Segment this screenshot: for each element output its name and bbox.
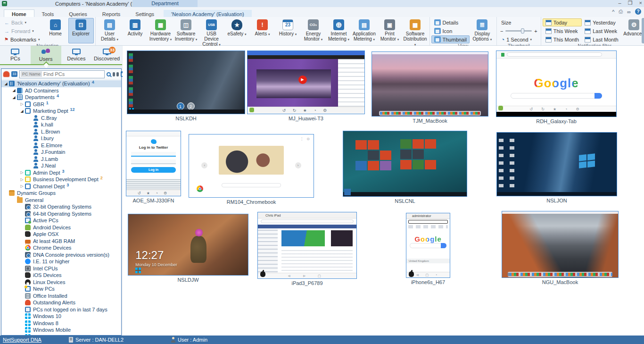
mode-tab[interactable]: PCs	[0, 46, 31, 64]
tree-row[interactable]: Business Development Dept 2	[1, 176, 121, 183]
advanced-find-icon[interactable]	[113, 72, 119, 76]
tree-row[interactable]: AD Containers	[1, 87, 121, 94]
explorer-button[interactable]: ⊡ Explorer	[68, 18, 94, 43]
notification-filter-button[interactable]: This Week	[543, 27, 582, 35]
tree-row[interactable]: J.Neal	[1, 162, 121, 169]
tree-row[interactable]: J.Fountain	[1, 149, 121, 156]
expander-icon[interactable]	[3, 82, 8, 86]
home-button[interactable]: ⌂ Home	[43, 18, 68, 43]
ribbon-button[interactable]: ▤ User Details ▾	[97, 18, 123, 48]
size-slider-thumb[interactable]	[521, 28, 524, 34]
pc-screen-NSLJON[interactable]	[496, 132, 617, 196]
monitor-2-badge[interactable]: 2	[187, 102, 195, 110]
expander-icon[interactable]	[19, 184, 25, 188]
find-pcs-field[interactable]: PC Name	[19, 70, 105, 78]
interval-dropdown[interactable]: ◔ 1 Second ▾	[498, 35, 539, 43]
size-plus-button[interactable]: +	[534, 28, 537, 34]
back-button[interactable]: ←Back▾	[1, 18, 43, 26]
view-mode-button[interactable]: ▤ Thumbnail	[431, 35, 470, 43]
collapse-ribbon-icon[interactable]: ^	[612, 9, 614, 15]
expander-icon[interactable]	[11, 88, 17, 92]
pc-screen-RM104_Chromebook[interactable]: ⋮ ⊙ ‹ ›	[189, 134, 314, 198]
tree-row[interactable]: New PCs	[1, 285, 121, 293]
ribbon-scrollbar[interactable]	[642, 18, 644, 43]
tree-row[interactable]: Chrome Devices	[1, 244, 121, 252]
mode-tab[interactable]: Discovered 33	[91, 46, 122, 64]
forward-button[interactable]: →Forward▾	[1, 27, 43, 35]
tree-row[interactable]: Windows PCs	[1, 334, 121, 336]
close-button[interactable]: ×	[639, 0, 642, 6]
tree-row[interactable]: General	[1, 197, 121, 204]
expander-icon[interactable]	[19, 170, 25, 175]
tree-row[interactable]: E.Elmore	[1, 142, 121, 149]
minimize-button[interactable]: –	[619, 0, 621, 6]
date-filter-icon[interactable]: 33	[11, 71, 17, 77]
notification-filter-button[interactable]: Yesterday	[582, 18, 621, 26]
tree-row[interactable]: Dynamic Groups	[1, 190, 121, 197]
bookmarks-button[interactable]: ⚑Bookmarks▾	[1, 35, 43, 43]
tree-row[interactable]: Windows Mobile	[1, 327, 121, 334]
tree-row[interactable]: C.Bray	[1, 115, 121, 122]
find-pcs-input[interactable]	[43, 71, 103, 77]
ribbon-button[interactable]: ▤ Application Metering ▾	[352, 18, 377, 48]
find-icon[interactable]: ∞	[627, 9, 631, 15]
pc-screen-RDH_Galaxy-Tab[interactable]: Google ↺ ↻ ★ ◔ ⚙	[496, 50, 617, 117]
tree-row[interactable]: Office Installed	[1, 293, 121, 300]
expander-icon[interactable]	[11, 95, 17, 100]
tree-row[interactable]: Channel Dept 3	[1, 183, 121, 190]
ribbon-button[interactable]: ⊕ Internet Metering ▾	[326, 18, 352, 48]
tree-row[interactable]: Outstanding Alerts	[1, 299, 121, 306]
ribbon-button[interactable]: ▦ Software Distribution ▾	[403, 18, 428, 48]
expander-icon[interactable]	[19, 102, 25, 106]
tree-row[interactable]: l.bury	[1, 135, 121, 142]
view-mode-button[interactable]: ▤ Details	[431, 18, 470, 26]
ribbon-button[interactable]: ★ eSafety ▾	[224, 18, 250, 48]
mode-tab[interactable]: Users	[31, 46, 61, 64]
tree-row[interactable]: Active PCs	[1, 217, 121, 224]
pc-screen-AOE_SM-J330FN[interactable]: Log in to Twitter Log in ↺ ★ ◔ ⚙	[126, 131, 181, 196]
view-mode-button[interactable]: ▤ Icon	[431, 27, 470, 35]
pc-screen-NSLKDH[interactable]: 1 2	[127, 50, 245, 114]
pc-screen-TJM_MacBook[interactable]	[372, 51, 488, 117]
ribbon-button[interactable]: 23 History ▾	[275, 18, 301, 48]
ribbon-button[interactable]: ! Alerts ▾	[250, 18, 275, 48]
ribbon-button[interactable]: USB USB Device Control ▾	[199, 18, 224, 48]
tree-row[interactable]: 32-bit Operating Systems	[1, 203, 121, 210]
ribbon-button[interactable]: CO₂ Energy Monitor ▾	[301, 18, 326, 48]
tree-row[interactable]: iOS Devices	[1, 272, 121, 279]
restore-button[interactable]: ❐	[628, 0, 633, 6]
alerts-filter-icon[interactable]	[3, 71, 9, 77]
tree-row[interactable]: PCs not logged on in last 7 days	[1, 306, 121, 313]
tree-row[interactable]: Apple OSX	[1, 231, 121, 238]
tree-row[interactable]: 64-bit Operating Systems	[1, 210, 121, 218]
tree-row[interactable]: DNA Console previous version(s)	[1, 252, 121, 259]
ribbon-button[interactable]: ▣ Print Monitor ▾	[377, 18, 403, 48]
notification-filter-button[interactable]: Last Week	[582, 27, 621, 35]
notification-filter-button[interactable]: Today	[543, 18, 582, 26]
tree-row[interactable]: Admin Dept 3	[1, 169, 121, 176]
notification-filter-button[interactable]: Last Month	[582, 35, 621, 43]
ribbon-button[interactable]: ▦ Hardware Inventory ▾	[148, 18, 173, 48]
size-slider[interactable]	[505, 30, 532, 32]
pc-screen-iPhone6s_H67[interactable]: administrator Google United Kingdom ⊲ ▢ …	[406, 213, 450, 278]
tree-row[interactable]: Android Devices	[1, 224, 121, 231]
expander-icon[interactable]	[19, 109, 25, 113]
tree-row[interactable]: Intel CPUs	[1, 265, 121, 272]
size-minus-button[interactable]: −	[500, 28, 503, 34]
tree-row[interactable]: k.hall	[1, 121, 121, 128]
tree-row[interactable]: J.Lamb	[1, 156, 121, 163]
print-icon[interactable]: ⎙	[619, 8, 623, 15]
tree-row[interactable]: Windows 10	[1, 313, 121, 320]
mode-tab[interactable]: Devices	[61, 46, 92, 64]
ribbon-button[interactable]: ▥ Activity	[123, 18, 148, 48]
notification-filter-button[interactable]: This Month	[543, 35, 582, 43]
tree-row[interactable]: At least 4GB RAM	[1, 238, 121, 245]
tree-row[interactable]: Linux Devices	[1, 279, 121, 286]
display-options-button[interactable]: ≣ Display Options ▾	[470, 18, 495, 43]
pc-screen-NSLCNL[interactable]	[343, 131, 467, 197]
pc-screen-NSLDJW[interactable]: 12:27 Monday 10 December	[128, 214, 248, 276]
tree-row[interactable]: Departments 4	[1, 94, 121, 101]
tree-row[interactable]: Windows 8	[1, 320, 121, 327]
tree-row[interactable]: 'Nealson Academy' (Evaluation) 4	[1, 80, 121, 87]
tree-row[interactable]: I.E. 11 or higher	[1, 258, 121, 265]
